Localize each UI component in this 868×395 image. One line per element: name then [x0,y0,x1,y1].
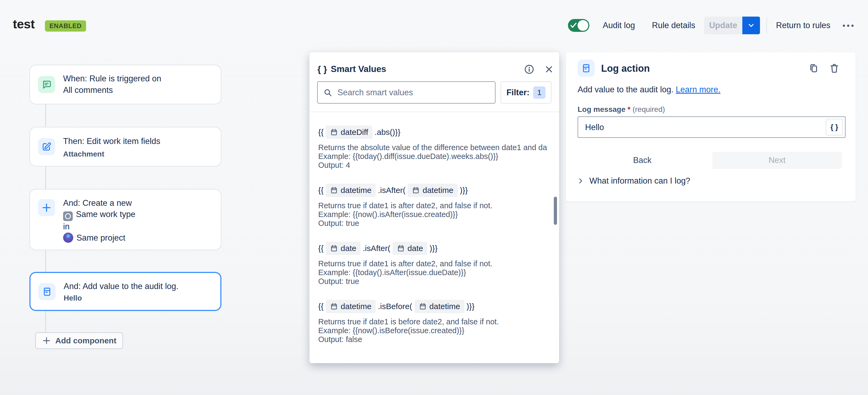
connector-line [45,104,46,127]
card-project-line: Same project [63,232,216,244]
smart-values-search[interactable] [317,81,496,104]
smart-value-description-line: Returns true if date1 is after date2, an… [318,201,547,210]
close-icon [544,64,554,75]
status-badge: ENABLED [45,20,86,32]
filter-label: Filter: [506,88,529,97]
search-input[interactable] [337,87,490,98]
log-action-panel: Log action Add value to the audit log. L… [566,52,856,201]
calendar-icon [397,244,405,252]
chip-label: datetime [430,302,460,311]
signature-text: .isBefore( [378,302,412,311]
calendar-icon [419,302,427,310]
search-icon [323,88,333,97]
smart-value-type-chip: date [393,242,427,255]
workflow-card-create[interactable]: And: Create a new Same work type in Same… [29,189,221,250]
workflow-card-log-selected[interactable]: And: Add value to the audit log. Hello [29,272,221,311]
scrollbar-thumb[interactable] [554,197,557,225]
audit-log-button[interactable]: Audit log [603,17,635,34]
chip-label: datetime [341,186,371,195]
comment-icon [38,76,55,93]
return-to-rules-button[interactable]: Return to rules [776,17,830,34]
card-subtitle: Hello [64,293,215,304]
smart-value-type-chip: datetime [326,184,376,197]
close-button[interactable] [542,63,555,76]
connector-line [45,166,46,189]
smart-value-description-line: Example: {{now().isBefore(issue.created)… [318,326,547,335]
plus-icon [38,199,55,216]
rule-enabled-toggle[interactable] [568,19,589,32]
back-button[interactable]: Back [577,152,708,169]
chevron-right-icon [577,177,585,185]
smart-values-list: {{dateDiff.abs()}}Returns the absolute v… [318,112,547,362]
add-component-button[interactable]: Add component [35,332,123,349]
card-in-word: in [63,221,216,232]
card-title: And: Create a new [63,198,216,209]
smart-value-description-line: Output: true [318,277,547,286]
info-button[interactable] [523,63,536,76]
project-avatar [63,232,73,243]
next-button[interactable]: Next [712,152,842,169]
edit-icon [38,138,55,155]
info-icon [524,64,534,75]
smart-value-description-line: Example: {{today().isAfter(issue.dueDate… [318,268,547,277]
smart-value-entry[interactable]: {{date.isAfter(date)}}Returns true if da… [318,242,547,286]
log-message-label: Log message * (required) [578,105,665,114]
signature-text: .abs()}} [375,128,401,137]
topbar-divider [766,18,767,33]
duplicate-button[interactable] [807,62,820,75]
smart-value-entry[interactable]: {{datetime.isBefore(datetime)}}Returns t… [318,300,547,344]
workflow-card-edit[interactable]: Then: Edit work item fields Attachment [29,127,221,166]
smart-value-signature: {{datetime.isBefore(datetime)}} [318,300,547,313]
card-title: When: Rule is triggered on [63,73,216,85]
copy-icon [808,63,819,74]
update-dropdown-button[interactable] [742,17,760,34]
plus-icon [42,336,51,345]
calendar-icon [330,244,338,252]
smart-value-signature: {{datetime.isAfter(datetime)}} [318,184,547,197]
log-message-input[interactable] [585,117,815,138]
signature-text: {{ [318,128,323,137]
rule-details-button[interactable]: Rule details [652,17,695,34]
smart-value-description-line: Output: false [318,335,547,344]
smart-value-type-chip: dateDiff [326,125,372,139]
calendar-icon [412,186,420,194]
card-subtitle: All comments [63,85,216,96]
smart-value-entry[interactable]: {{datetime.isAfter(datetime)}}Returns tr… [318,184,547,228]
chevron-down-icon [747,21,755,29]
card-subtitle: Attachment [63,149,216,160]
smart-value-type-chip: datetime [414,300,464,313]
more-menu-button[interactable] [841,20,856,32]
log-document-icon [38,283,56,300]
smart-value-description-line: Output: true [318,219,547,228]
update-button[interactable]: Update [704,17,742,34]
what-can-i-log-expander[interactable]: What information can I log? [577,175,690,187]
signature-text: {{ [318,302,323,311]
calendar-icon [330,302,338,310]
workflow-card-trigger[interactable]: When: Rule is triggered on All comments [29,65,221,104]
panel-title: Log action [601,63,650,74]
work-type-icon [63,211,73,221]
delete-button[interactable] [828,62,841,75]
connector-line [45,250,46,272]
check-icon [570,22,577,29]
automation-rule-builder: test ENABLED Audit log Rule details Upda… [0,0,868,395]
smart-value-description-line: Returns true if date1 is after date2, an… [318,259,547,268]
smart-values-title: Smart Values [331,64,386,74]
filter-button[interactable]: Filter: 1 [501,81,551,104]
chip-label: date [341,244,356,253]
smart-value-description-line: Example: {{today().diff(issue.dueDate).w… [318,152,547,161]
smart-values-dialog: { } Smart Values [309,52,559,363]
panel-description: Add value to the audit log. Learn more. [578,85,720,94]
log-message-field: { } [578,116,845,138]
smart-value-description-line: Returns true if date1 is before date2, a… [318,317,547,326]
more-icon [842,24,854,28]
calendar-icon [330,128,338,136]
signature-text: )}} [460,186,468,195]
connector-line [45,311,46,332]
chip-label: dateDiff [341,128,368,137]
learn-more-link[interactable]: Learn more. [676,85,720,94]
insert-smart-value-button[interactable]: { } [826,119,843,135]
smart-value-description-line: Output: 4 [318,161,547,170]
chip-label: datetime [423,186,453,195]
smart-value-entry[interactable]: {{dateDiff.abs()}}Returns the absolute v… [318,125,547,170]
